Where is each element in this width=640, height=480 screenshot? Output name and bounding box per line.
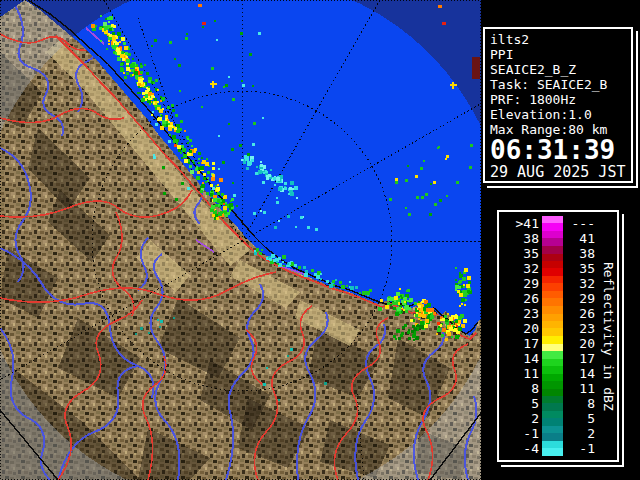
legend-left-label: 20 (501, 321, 542, 336)
date-label: 29 AUG 2025 JST (490, 164, 631, 181)
legend-left-label: 32 (501, 261, 542, 276)
legend-color-cell (542, 411, 563, 426)
legend-left-label: 26 (501, 291, 542, 306)
legend-left-label: 23 (501, 306, 542, 321)
legend-right-label: 29 (563, 291, 595, 306)
legend-row: 1114 (501, 366, 595, 381)
legend-color-cell (542, 276, 563, 291)
legend-row: 2932 (501, 276, 595, 291)
legend-color-cell (542, 336, 563, 351)
legend-row: 2023 (501, 321, 595, 336)
legend-left-label: 14 (501, 351, 542, 366)
legend-row: 2326 (501, 306, 595, 321)
legend-right-label: 41 (563, 231, 595, 246)
legend-axis-label: Reflectivity in dBZ (597, 212, 617, 460)
legend-left-label: 35 (501, 246, 542, 261)
legend-left-label: 2 (501, 411, 542, 426)
task-label: Task: SEAICE2_B (490, 77, 631, 92)
radar-map (0, 0, 481, 480)
legend-right-label: -1 (563, 441, 595, 456)
legend-row: 1720 (501, 336, 595, 351)
legend-right-label: --- (563, 216, 595, 231)
legend-row: 58 (501, 396, 595, 411)
legend-left-label: -1 (501, 426, 542, 441)
legend-color-cell (542, 441, 563, 456)
product-id: SEAICE2_B_Z (490, 62, 631, 77)
legend-right-label: 5 (563, 411, 595, 426)
legend-left-label: -4 (501, 441, 542, 456)
legend-left-label: 17 (501, 336, 542, 351)
legend-color-cell (542, 366, 563, 381)
legend-right-label: 2 (563, 426, 595, 441)
legend-row: 3841 (501, 231, 595, 246)
legend-color-cell (542, 231, 563, 246)
legend-left-label: 38 (501, 231, 542, 246)
legend-panel: >41---3841353832352932262923262023172014… (497, 210, 619, 462)
legend-color-cell (542, 381, 563, 396)
legend-row: 3538 (501, 246, 595, 261)
legend-left-label: 11 (501, 366, 542, 381)
clock-time: 06:31:39 (490, 137, 631, 164)
legend-right-label: 11 (563, 381, 595, 396)
legend-right-label: 32 (563, 276, 595, 291)
legend-row: 1417 (501, 351, 595, 366)
legend-right-label: 38 (563, 246, 595, 261)
legend-right-label: 26 (563, 306, 595, 321)
legend-left-label: 5 (501, 396, 542, 411)
legend-row: 3235 (501, 261, 595, 276)
legend-color-cell (542, 261, 563, 276)
legend-right-label: 8 (563, 396, 595, 411)
legend-right-label: 35 (563, 261, 595, 276)
legend-color-cell (542, 426, 563, 441)
legend-right-label: 23 (563, 321, 595, 336)
legend-row: 25 (501, 411, 595, 426)
prf-label: PRF: 1800Hz (490, 92, 631, 107)
edge-artifact (472, 57, 480, 79)
legend-color-cell (542, 396, 563, 411)
legend-color-cell (542, 306, 563, 321)
legend-right-label: 17 (563, 351, 595, 366)
legend-right-label: 14 (563, 366, 595, 381)
legend-color-cell (542, 351, 563, 366)
legend-rows: >41---3841353832352932262923262023172014… (501, 216, 595, 456)
station-id: ilts2 (490, 32, 631, 47)
legend-color-cell (542, 321, 563, 336)
legend-color-cell (542, 246, 563, 261)
legend-row: 811 (501, 381, 595, 396)
scan-mode: PPI (490, 47, 631, 62)
legend-color-cell (542, 291, 563, 306)
info-panel: ilts2 PPI SEAICE2_B_Z Task: SEAICE2_B PR… (483, 27, 633, 183)
legend-row: 2629 (501, 291, 595, 306)
legend-color-cell (542, 216, 563, 231)
legend-row: -4-1 (501, 441, 595, 456)
legend-row: -12 (501, 426, 595, 441)
legend-right-label: 20 (563, 336, 595, 351)
radar-app-window: ilts2 PPI SEAICE2_B_Z Task: SEAICE2_B PR… (0, 0, 640, 480)
legend-left-label: 29 (501, 276, 542, 291)
legend-left-label: >41 (501, 216, 542, 231)
legend-left-label: 8 (501, 381, 542, 396)
legend-row: >41--- (501, 216, 595, 231)
elevation-label: Elevation:1.0 (490, 107, 631, 122)
